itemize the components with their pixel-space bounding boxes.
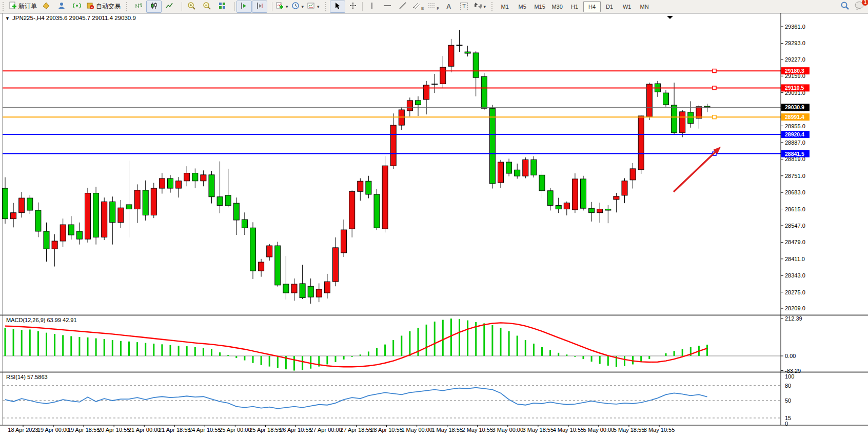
candle-body — [60, 225, 66, 241]
candle-body — [27, 198, 33, 210]
time-label: 19 Apr 00:00 — [37, 427, 69, 433]
autotrading-icon — [86, 2, 94, 11]
price-tick-label: 29361.0 — [785, 24, 805, 30]
timeframe-m15[interactable]: M15 — [531, 1, 548, 12]
price-tick-label: 29227.0 — [785, 56, 805, 63]
text-label-icon: T — [460, 3, 468, 10]
tile-windows-button[interactable] — [214, 1, 230, 13]
new-order-button[interactable]: 新订单 — [7, 1, 38, 13]
zoom-in-icon — [187, 2, 196, 12]
signals-button[interactable] — [69, 1, 85, 13]
chat-button[interactable]: 1 — [855, 1, 865, 12]
zoom-out-button[interactable] — [199, 1, 214, 13]
price-chart[interactable]: 29361.029293.029227.029159.029091.029023… — [0, 13, 868, 438]
candle-body — [440, 67, 446, 84]
time-label: 26 Apr 10:55 — [280, 427, 311, 433]
horizontal-line-button[interactable] — [380, 1, 395, 13]
timeframe-h4[interactable]: H4 — [583, 1, 601, 12]
periods-button[interactable]: ▾ — [290, 1, 306, 13]
line-chart-button[interactable] — [162, 1, 177, 13]
arrow-objects-icon — [474, 2, 482, 11]
indicators-button[interactable]: ▾ — [274, 1, 290, 13]
vertical-line-button[interactable] — [364, 1, 380, 13]
candle-body — [52, 241, 57, 249]
timeframe-w1[interactable]: W1 — [618, 1, 636, 12]
candle-body — [283, 284, 289, 293]
price-tag-label: 28841.5 — [785, 151, 804, 157]
candle-body — [300, 284, 305, 298]
candle-body — [646, 84, 652, 117]
time-label: 2 May 10:55 — [462, 427, 493, 433]
chart-shift-button[interactable] — [252, 1, 267, 13]
timeframe-mn[interactable]: MN — [636, 1, 653, 12]
price-tick-label: 29293.0 — [785, 40, 805, 46]
trendline-button[interactable] — [395, 1, 410, 13]
zoom-in-button[interactable] — [184, 1, 199, 13]
candle-body — [581, 179, 586, 208]
new-order-icon — [9, 2, 17, 11]
timeframe-m30[interactable]: M30 — [548, 1, 566, 12]
templates-button[interactable]: ▾ — [305, 1, 321, 13]
time-label: 3 May 00:00 — [492, 427, 524, 433]
macd-indicator-label: MACD(12,26,9) 63.99 42.91 — [6, 317, 77, 323]
dropdown-caret[interactable]: ▾ — [317, 4, 320, 9]
text-label-button[interactable]: T — [457, 1, 472, 13]
metaeditor-button[interactable] — [38, 1, 54, 13]
arrows-button[interactable]: ▾ — [472, 1, 488, 13]
macd-signal-line — [5, 323, 707, 367]
toolbar-grip[interactable] — [325, 2, 329, 11]
time-label: 19 Apr 18:55 — [68, 427, 100, 433]
candle-body — [44, 231, 49, 249]
time-label: 27 Apr 00:00 — [310, 427, 342, 433]
candle-body — [407, 101, 412, 111]
auto-scroll-button[interactable] — [236, 1, 252, 13]
dropdown-caret[interactable]: ▾ — [286, 4, 288, 9]
insert-group: ▾ ▾ ▾ — [269, 0, 323, 13]
timeframe-d1[interactable]: D1 — [601, 1, 618, 12]
candle-body — [184, 173, 190, 181]
toolbar-grip[interactable] — [3, 2, 6, 11]
community-button[interactable] — [54, 1, 69, 13]
cursor-button[interactable] — [330, 1, 345, 13]
fibonacci-letter: F — [437, 6, 439, 11]
timeframe-h1[interactable]: H1 — [566, 1, 583, 12]
candle-body — [489, 108, 495, 184]
equidistant-channel-button[interactable]: E — [410, 1, 426, 13]
candle-body — [102, 202, 107, 237]
level-line-handle[interactable] — [713, 115, 716, 119]
candle-body — [506, 162, 512, 173]
crosshair-button[interactable] — [345, 1, 361, 13]
objects-group: E F A T ▾ — [323, 0, 489, 13]
candle-body — [531, 160, 537, 175]
candle-body — [176, 181, 182, 188]
candle-body — [316, 289, 322, 297]
trade-group: 新订单 自动交易 — [0, 0, 124, 13]
time-label: 4 May 10:55 — [553, 427, 584, 433]
dropdown-caret[interactable]: ▾ — [302, 4, 304, 9]
cursor-arrow-icon — [334, 2, 341, 11]
toolbar-grip[interactable] — [126, 2, 130, 11]
autotrading-label: 自动交易 — [96, 2, 121, 11]
candle-body — [498, 162, 504, 183]
timeframe-m1[interactable]: M1 — [496, 1, 514, 12]
candle-body — [374, 194, 380, 228]
bar-chart-button[interactable] — [131, 1, 146, 13]
price-tick-label: 28275.0 — [785, 289, 805, 295]
candlestick-chart-button[interactable] — [146, 1, 162, 13]
community-person-icon — [57, 2, 66, 11]
time-label: 21 Apr 18:55 — [159, 427, 190, 433]
candle-body — [192, 173, 198, 181]
candle-body — [424, 85, 429, 99]
autotrading-button[interactable]: 自动交易 — [85, 1, 122, 13]
fibonacci-button[interactable]: F — [426, 1, 441, 13]
level-line-handle[interactable] — [713, 69, 716, 73]
level-line-handle[interactable] — [713, 86, 716, 90]
candle-body — [349, 191, 355, 229]
timeframe-group: M1M5M15M30H1H4D1W1MN — [489, 0, 655, 13]
rsi-line — [5, 388, 707, 409]
text-button[interactable]: A — [441, 1, 457, 13]
dropdown-caret[interactable]: ▾ — [484, 4, 486, 9]
search-icon[interactable] — [840, 1, 850, 12]
toolbar-grip[interactable] — [491, 2, 495, 11]
timeframe-m5[interactable]: M5 — [514, 1, 531, 12]
